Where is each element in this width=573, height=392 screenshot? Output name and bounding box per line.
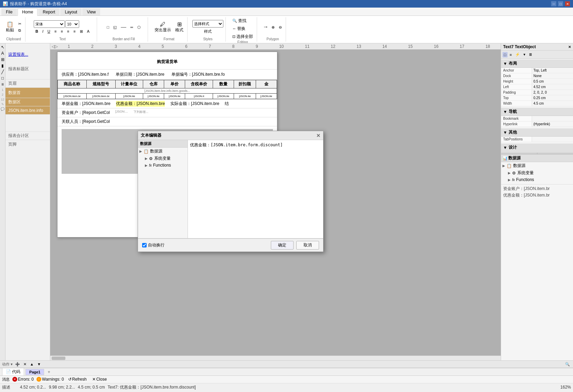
fill-color-btn[interactable]: ◱ [112,24,118,30]
minimize-btn[interactable]: ─ [551,1,556,7]
action-up-btn[interactable]: ▲ [29,362,35,367]
format-btn[interactable]: ⊞ 格式 [173,21,185,34]
popup-tree-sysvars[interactable]: ▶ ⚙ 系统变量 [138,155,188,162]
props-navigation-section: ▼ 导航 Bookmark Hyperlink (Hyperlink) [501,107,573,128]
tab-layout[interactable]: Layout [60,8,82,15]
align-left-btn[interactable]: ≡ [53,29,58,34]
action-down-btn[interactable]: ▼ [36,362,42,367]
tab-add[interactable]: + [45,369,52,375]
props-layout-header[interactable]: ▼ 布局 [501,60,573,68]
ribbon-group-text: 宋体 10 B I U ≡ ≡ ≡ ≡ ⊞ A Text [28,17,97,42]
popup-left-tree: 数据源 ▶ 📋 数据源 ▶ ⚙ 系统变量 ▶ fx Functions [138,140,188,238]
right-data-title: 📊 数据源 [501,155,573,162]
action-search-btn[interactable]: 🔍 [564,362,571,367]
maximize-btn[interactable]: □ [558,1,563,7]
props-nav-header[interactable]: ▼ 导航 [501,108,573,116]
font-name-select[interactable]: 宋体 [34,20,65,28]
text-color-btn[interactable]: A [85,29,91,34]
paste-btn[interactable]: 📋 粘贴 [4,21,16,34]
popup-tree-datasource[interactable]: ▶ 📋 数据源 [138,148,188,155]
tool-note[interactable]: ✎ [1,103,4,106]
popup-textarea[interactable]: 优惠金额：[JSON.item.bre.form.discount] [190,142,321,235]
align-right-btn[interactable]: ≡ [65,29,71,34]
style-btn[interactable]: 样式 [202,28,213,35]
tab-file[interactable]: File [1,8,17,15]
tree-datasource[interactable]: ▶ 📋 数据源 [501,162,573,169]
tab-code[interactable]: 📄 代码 [2,368,24,376]
polygon-btn3[interactable]: ⊖ [277,24,284,30]
data-area-section[interactable]: 数据区 [6,98,50,106]
data-json-section[interactable]: JSON.item.bre.info [6,106,50,115]
close-btn[interactable]: ✕ [565,1,570,7]
tab-home[interactable]: Home [18,8,38,16]
tool-barcode[interactable]: ▮ [1,63,4,68]
italic-btn[interactable]: I [41,29,45,34]
prop-height: Height 0.5 cm [501,79,573,84]
tree-sysvars[interactable]: ▶ ⚙ 系统变量 [501,169,573,177]
prop-panel-close[interactable]: ✕ [568,45,571,49]
auto-wrap-checkbox[interactable]: 自动换行 [142,242,165,248]
tool-image[interactable]: ⊞ [1,57,4,62]
tool-chat[interactable]: 💬 [1,107,4,111]
object-info: Text7: 优惠金额：[JSON.item.bre.form.discount… [108,384,196,390]
title-text: 报表助手 - 购货退货单-含税-A4 [10,1,67,7]
polygon-fill-btn[interactable]: ⬡ [136,24,142,30]
action-add-btn[interactable]: ➕ [14,362,21,367]
data-band-section[interactable]: 数据首 [6,88,50,98]
popup-confirm-btn[interactable]: 确定 [271,241,294,250]
popup-close-btn[interactable]: ✕ [316,133,320,138]
scrollbar-h[interactable] [50,356,501,360]
highlight-btn[interactable]: 🖊 突出显示 [153,21,173,34]
tool-line[interactable]: ╱ [1,70,4,74]
tool-text[interactable]: A [1,51,4,56]
tab-view[interactable]: View [82,8,100,15]
cut-btn[interactable]: ✂ [17,21,23,27]
replace-btn[interactable]: ↔ 替换 [231,25,247,32]
tool-2[interactable]: 2 [2,93,3,96]
close-small-btn[interactable]: ✕ Close [91,377,108,382]
action-delete-btn[interactable]: ✕ [22,362,28,367]
tool-12[interactable]: 12 [1,98,4,101]
find-btn[interactable]: 🔍 查找 [231,17,248,24]
amount-row: 单据金额：[JSON.item.bre 优惠金额：[JSON.item.bre … [57,99,277,108]
format-label: Format [163,37,174,42]
indent-btn[interactable]: ⊞ [78,29,85,34]
tree-functions[interactable]: ▶ fx Functions [501,177,573,183]
props-design-header[interactable]: ▼ 设计 [501,144,573,152]
tool-select[interactable]: ↖ [1,45,4,50]
line-weight-btn[interactable]: ═ [129,24,135,30]
font-size-select[interactable]: 10 [65,20,79,28]
copy-btn[interactable]: ⧉ [17,28,23,33]
prop-dock: Dock None [501,73,573,79]
popup-tree-funcs[interactable]: ▶ fx Functions [138,162,188,168]
prop-icon-data[interactable]: ≡ [508,52,513,57]
prop-icon-layout[interactable]: □ [502,52,508,57]
tool-shape[interactable]: □ [1,76,4,81]
style-select[interactable]: 选择样式 [192,20,223,28]
select-all-btn[interactable]: ⊡ 选择全部 [231,33,255,40]
popup-text-area[interactable]: 优惠金额：[JSON.item.bre.form.discount] [188,140,323,238]
polygon-btn2[interactable]: ⊕ [270,24,276,30]
setup-report-link[interactable]: 设置报表... [6,50,50,59]
line-style-btn[interactable]: ── [119,24,128,30]
refresh-btn[interactable]: ↺ Refresh [67,377,88,382]
bold-btn[interactable]: B [34,29,40,34]
underline-btn[interactable]: U [46,29,52,34]
tab-page1[interactable]: Page1 [25,369,44,375]
props-other-header[interactable]: ▼ 其他 [501,128,573,137]
text-editor-popup[interactable]: 文本编辑器 ✕ 数据源 ▶ 📋 数据源 ▶ ⚙ 系统变量 ▶ [138,131,323,252]
tool-1[interactable]: 1 [2,88,3,92]
prop-icon-events[interactable]: ⚡ [514,52,521,57]
scrollbar-thumb[interactable] [52,357,65,360]
popup-cancel-btn[interactable]: 取消 [296,241,319,250]
align-center-btn[interactable]: ≡ [59,29,64,34]
prop-toolbar: □ ≡ ⚡ ▾ ≣ [501,51,573,59]
align-justify-btn[interactable]: ≡ [72,29,77,34]
prop-icon-filter[interactable]: ▾ [522,52,527,57]
tab-report[interactable]: Report [38,8,60,15]
actions-bar: 动作 ▾ ➕ ✕ ▲ ▼ 🔍 [0,360,573,368]
tool-band[interactable]: ≡ [1,82,4,87]
prop-icon-settings[interactable]: ≣ [528,52,533,57]
polygon-btn1[interactable]: ⭢ [262,24,269,30]
border-btn[interactable]: □ [105,24,111,30]
